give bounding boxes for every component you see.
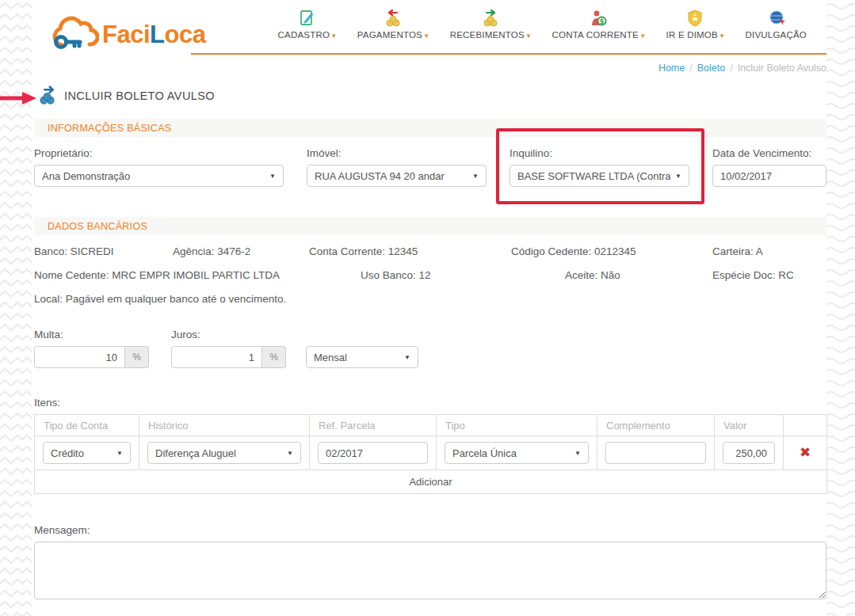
bank-codigo-cedente: Código Cedente: 0212345 <box>511 245 712 259</box>
vencimento-input[interactable] <box>712 165 826 187</box>
breadcrumb-boleto-link[interactable]: Boleto <box>697 63 725 74</box>
bank-especie-doc: Espécie Doc: RC <box>712 268 794 283</box>
nav-label: PAGAMENTOS <box>357 30 422 40</box>
imovel-select[interactable]: RUA AUGUSTA 94 20 andar ▼ <box>307 165 487 187</box>
field-inquilino: Inquilino: BASE SOFTWARE LTDA (Contrato:… <box>510 147 689 187</box>
logo-text: FaciLoca <box>102 21 205 49</box>
item-delete-button[interactable]: ✖ <box>784 436 827 470</box>
imovel-label: Imóvel: <box>307 147 487 159</box>
item-complemento-input[interactable] <box>605 442 706 464</box>
breadcrumb: Home/Boleto/Incluir Boleto Avulso <box>658 63 826 74</box>
nav-ir-e-dimob[interactable]: IR E DIMOB▾ <box>666 10 724 40</box>
chevron-down-icon: ▾ <box>641 32 645 40</box>
itens-label: Itens: <box>34 397 826 409</box>
select-caret-icon: ▼ <box>269 173 276 180</box>
inquilino-label: Inquilino: <box>510 147 689 159</box>
select-caret-icon: ▼ <box>472 173 479 180</box>
field-proprietario: Proprietário: Ana Demonstração ▼ <box>34 147 284 187</box>
nav-pagamentos[interactable]: PAGAMENTOS▾ <box>357 10 429 40</box>
juros-percent-addon: % <box>262 346 286 368</box>
cadastro-document-pencil-icon <box>299 10 315 27</box>
nav-conta-corrente[interactable]: $ CONTA CORRENTE▾ <box>552 10 645 40</box>
col-tipo: Tipo <box>437 415 597 436</box>
bank-banco: Banco: SICREDI <box>34 245 173 259</box>
itens-header-row: Tipo de Conta Histórico Ref. Parcela Tip… <box>35 415 827 436</box>
bank-carteira: Carteira: A <box>712 245 763 259</box>
bank-data: Banco: SICREDI Agência: 3476-2 Conta Cor… <box>34 245 826 306</box>
section-dados-bancarios: DADOS BANCÁRIOS <box>34 217 826 235</box>
annotation-arrow <box>0 92 36 105</box>
field-multa: Multa: % <box>34 329 149 368</box>
select-caret-icon: ▼ <box>574 450 581 457</box>
item-valor-input[interactable] <box>723 442 775 464</box>
select-caret-icon: ▼ <box>116 450 123 457</box>
itens-table: Tipo de Conta Histórico Ref. Parcela Tip… <box>34 414 827 494</box>
multa-percent-addon: % <box>125 346 149 368</box>
fees-row: Multa: % Juros: % Mensal <box>34 329 826 368</box>
field-juros: Juros: % <box>171 329 286 368</box>
conta-corrente-person-money-icon: $ <box>590 10 607 27</box>
col-tipo-de-conta: Tipo de Conta <box>35 415 139 436</box>
juros-label: Juros: <box>171 329 286 340</box>
page-title: INCLUIR BOLETO AVULSO <box>64 89 215 102</box>
multa-input[interactable] <box>34 346 125 368</box>
nav-label: RECEBIMENTOS <box>450 30 525 40</box>
header-divider <box>191 53 826 55</box>
ir-dimob-shield-badge-icon <box>687 10 703 27</box>
bank-agencia: Agência: 3476-2 <box>173 245 309 259</box>
pagamentos-coins-arrow-left-icon <box>384 10 403 27</box>
bank-aceite: Aceite: Não <box>565 268 712 283</box>
page-title-row: INCLUIR BOLETO AVULSO <box>37 86 215 105</box>
proprietario-select[interactable]: Ana Demonstração ▼ <box>34 165 284 187</box>
field-imovel: Imóvel: RUA AUGUSTA 94 20 andar ▼ <box>307 147 487 187</box>
page: FaciLoca CADASTRO▾ <box>0 0 855 616</box>
vencimento-label: Data de Vencimento: <box>712 147 826 159</box>
item-ref-parcela-input[interactable] <box>318 442 428 464</box>
svg-text:$: $ <box>600 18 605 25</box>
bank-nome-cedente: Nome Cedente: MRC EMPR IMOBIL PARTIC LTD… <box>34 268 361 283</box>
mensagem-textarea[interactable] <box>34 542 826 599</box>
wave-pattern-right <box>826 0 855 616</box>
mensagem-label: Mensagem: <box>34 524 826 536</box>
col-historico: Histórico <box>139 415 310 436</box>
cloud-key-logo-icon <box>50 16 99 54</box>
nav-cadastro[interactable]: CADASTRO▾ <box>278 10 336 40</box>
multa-label: Multa: <box>34 329 149 340</box>
juros-input[interactable] <box>171 346 262 368</box>
bank-local: Local: Pagável em qualquer banco até o v… <box>34 292 286 306</box>
proprietario-label: Proprietário: <box>34 147 284 159</box>
chevron-down-icon: ▾ <box>425 32 429 40</box>
field-data-vencimento: Data de Vencimento: <box>712 147 826 187</box>
breadcrumb-home-link[interactable]: Home <box>658 63 685 74</box>
nav-recebimentos[interactable]: RECEBIMENTOS▾ <box>450 10 531 40</box>
nav-divulgacao[interactable]: DIVULGAÇÃO <box>746 10 809 40</box>
boleto-coins-icon <box>37 86 57 105</box>
breadcrumb-current: Incluir Boleto Avulso <box>738 63 826 74</box>
item-tipo-select[interactable]: Parcela Única ▼ <box>445 442 589 464</box>
periodo-select[interactable]: Mensal ▼ <box>306 346 418 368</box>
bank-uso-banco: Uso Banco: 12 <box>361 268 565 283</box>
bank-conta-corrente: Conta Corrente: 12345 <box>309 245 511 259</box>
main-nav: CADASTRO▾ PAGAMENTOS▾ <box>278 10 809 40</box>
faciloca-logo[interactable]: FaciLoca <box>50 16 205 54</box>
divulgacao-globe-cursor-icon <box>769 10 786 27</box>
nav-label: CONTA CORRENTE <box>552 30 639 40</box>
add-item-button[interactable]: Adicionar <box>35 470 827 494</box>
chevron-down-icon: ▾ <box>527 32 531 40</box>
col-actions <box>784 415 827 436</box>
item-tipo-conta-select[interactable]: Crédito ▼ <box>43 442 131 464</box>
select-caret-icon: ▼ <box>675 173 681 180</box>
item-historico-select[interactable]: Diferença Aluguel ▼ <box>147 442 301 464</box>
section-informacoes-basicas: INFORMAÇÕES BÁSICAS <box>34 119 826 137</box>
recebimentos-coins-arrow-right-icon <box>481 10 500 27</box>
select-caret-icon: ▼ <box>404 354 410 361</box>
item-row: Crédito ▼ Diferença Aluguel ▼ Parcela <box>35 436 827 470</box>
boleto-form: INFORMAÇÕES BÁSICAS Proprietário: Ana De… <box>34 119 826 616</box>
nav-label: DIVULGAÇÃO <box>746 30 807 40</box>
col-ref-parcela: Ref. Parcela <box>310 415 437 436</box>
chevron-down-icon: ▾ <box>332 32 336 40</box>
nav-label: IR E DIMOB <box>666 30 718 40</box>
inquilino-select[interactable]: BASE SOFTWARE LTDA (Contrato: 24/ ▼ <box>510 165 689 187</box>
nav-label: CADASTRO <box>278 30 330 40</box>
col-complemento: Complemento <box>597 415 715 436</box>
